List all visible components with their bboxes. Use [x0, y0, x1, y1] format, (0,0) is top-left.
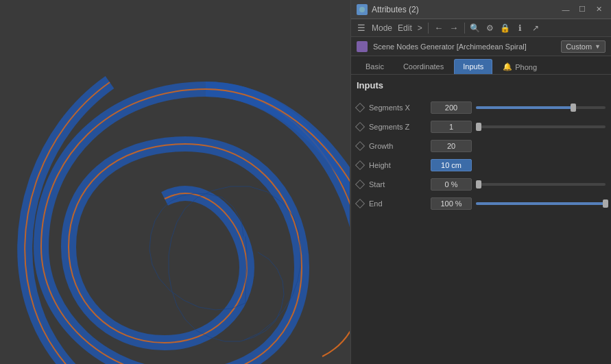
toolbar-separator-1 [428, 23, 429, 34]
node-dropdown-value: Custom [566, 43, 592, 51]
maximize-button[interactable]: ☐ [575, 5, 589, 14]
toolbar-separator-2 [464, 23, 465, 34]
param-slider-handle-4[interactable] [476, 180, 481, 189]
search-icon[interactable]: 🔍 [469, 22, 481, 34]
svg-point-60 [359, 7, 365, 12]
inputs-section-title: Inputs [357, 80, 606, 93]
param-diamond-start[interactable] [355, 180, 365, 189]
tab-phong[interactable]: 🔔 Phong [494, 59, 546, 74]
title-controls: — ☐ ✕ [559, 5, 606, 14]
param-diamond-growth[interactable] [355, 141, 365, 151]
node-icon [357, 41, 368, 52]
param-slider-handle-0[interactable] [571, 104, 576, 112]
node-label: Scene Nodes Generator [Archimedean Spira… [373, 43, 555, 51]
param-slider-area-4[interactable] [476, 183, 606, 186]
param-value-1[interactable] [431, 121, 472, 133]
param-diamond-end[interactable] [355, 199, 365, 208]
param-value-4[interactable] [431, 178, 472, 191]
param-diamond-segments-z[interactable] [355, 122, 365, 132]
param-value-2[interactable] [431, 140, 472, 152]
param-slider-area-0[interactable] [476, 106, 606, 109]
param-row: Height [357, 156, 606, 174]
menu-icon[interactable]: ☰ [355, 22, 368, 34]
param-row: Segments X [357, 99, 606, 117]
param-diamond-height[interactable] [355, 160, 365, 170]
tab-basic[interactable]: Basic [357, 59, 393, 74]
param-slider-area-1[interactable] [476, 125, 606, 128]
param-slider-handle-1[interactable] [476, 123, 481, 131]
edit-menu[interactable]: Edit [396, 23, 414, 33]
param-name-2: Growth [369, 142, 431, 150]
content-area: Inputs Segments XSegments ZGrowthHeightS… [351, 75, 611, 364]
param-slider-fill-5 [476, 202, 606, 205]
tab-inputs[interactable]: Inputs [454, 59, 492, 74]
param-row: Growth [357, 137, 606, 155]
toolbar: ☰ Mode Edit > ← → 🔍 ⚙ 🔒 ℹ ↗ [351, 19, 611, 37]
param-diamond-segments-x[interactable] [355, 103, 365, 112]
minimize-button[interactable]: — [559, 5, 573, 14]
param-row: Start [357, 175, 606, 193]
phong-icon: 🔔 [503, 62, 512, 71]
param-row: Segments Z [357, 118, 606, 136]
param-name-4: Start [369, 180, 431, 189]
chevron-down-icon: ▼ [595, 43, 601, 50]
export-icon[interactable]: ↗ [529, 22, 542, 34]
param-name-3: Height [369, 161, 431, 169]
param-name-0: Segments X [369, 104, 431, 112]
back-icon[interactable]: ← [433, 22, 445, 34]
menu-arrow: > [416, 23, 424, 33]
node-dropdown[interactable]: Custom ▼ [561, 40, 606, 53]
node-row: Scene Nodes Generator [Archimedean Spira… [351, 37, 611, 56]
param-value-5[interactable] [431, 197, 472, 210]
param-slider-area-5[interactable] [476, 202, 606, 205]
param-name-5: End [369, 199, 431, 208]
param-value-3[interactable] [431, 159, 472, 171]
attributes-panel: Attributes (2) — ☐ ✕ ☰ Mode Edit > ← → 🔍… [350, 0, 611, 364]
param-slider-handle-5[interactable] [603, 199, 608, 208]
param-row: End [357, 195, 606, 213]
param-value-0[interactable] [431, 101, 472, 114]
window-title: Attributes (2) [372, 5, 559, 14]
attributes-icon [357, 4, 368, 15]
tab-coordinates[interactable]: Coordinates [394, 59, 453, 74]
param-slider-fill-0 [476, 106, 573, 109]
param-name-1: Segments Z [369, 123, 431, 131]
close-button[interactable]: ✕ [592, 5, 606, 14]
title-bar: Attributes (2) — ☐ ✕ [351, 0, 611, 19]
lock-icon[interactable]: 🔒 [499, 22, 512, 34]
tabs: Basic Coordinates Inputs 🔔 Phong [351, 56, 611, 75]
spiral-viewport [0, 0, 350, 364]
filter-icon[interactable]: ⚙ [484, 22, 496, 34]
viewport [0, 0, 350, 364]
info-icon[interactable]: ℹ [514, 22, 527, 34]
mode-menu[interactable]: Mode [370, 23, 394, 33]
forward-icon[interactable]: → [448, 22, 460, 34]
phong-label: Phong [515, 63, 537, 71]
params-container: Segments XSegments ZGrowthHeightStartEnd [357, 99, 606, 213]
